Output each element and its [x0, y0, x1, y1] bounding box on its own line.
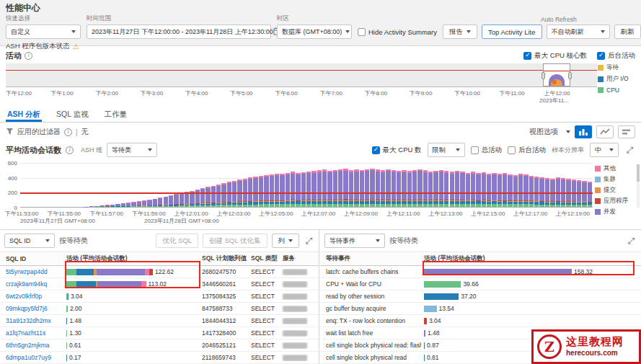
aas-stacked-bar[interactable] [397, 171, 401, 207]
bar-chart-view-button[interactable] [575, 125, 592, 138]
aas-stacked-bar[interactable] [333, 170, 337, 207]
sql-id-link[interactable]: 6thn5gn2mjkma [6, 342, 49, 349]
aas-stacked-bar[interactable] [147, 200, 151, 207]
aas-stacked-bar[interactable] [227, 182, 231, 207]
tab-3[interactable]: 工作量 [103, 107, 129, 122]
aas-stacked-bar[interactable] [280, 174, 284, 207]
sql-table-row[interactable]: 6thn5gn2mjkma0.612046525121SELECT [0, 339, 319, 352]
aas-stacked-bar[interactable] [412, 170, 417, 207]
aas-stacked-bar[interactable] [216, 185, 221, 207]
aas-stacked-bar[interactable] [164, 197, 168, 208]
aas-stacked-bar[interactable] [221, 183, 226, 207]
aas-stacked-chart[interactable] [20, 163, 593, 208]
aas-stacked-bar[interactable] [354, 169, 358, 207]
tab-2[interactable]: SQL 监视 [55, 107, 90, 122]
tab-1[interactable]: ASH 分析 [6, 107, 42, 122]
aas-stacked-bar[interactable] [402, 170, 406, 207]
aas-stacked-bar[interactable] [343, 169, 348, 207]
aas-stacked-bar[interactable] [392, 170, 396, 207]
wait-event-selector-dropdown[interactable]: 等待事件 [324, 234, 385, 248]
tune-sql-button[interactable]: 优化 SQL [156, 234, 198, 248]
wait-table-row[interactable]: CPU + Wait for CPU39.66 [320, 278, 641, 290]
sql-id-link[interactable]: 6wt2v0lkfrf0p [6, 293, 42, 300]
aas-stacked-bar[interactable] [365, 169, 369, 207]
aas-stacked-bar[interactable] [487, 174, 491, 208]
selection-right-handle[interactable] [568, 72, 572, 79]
table-view-button[interactable] [618, 125, 635, 138]
aas-stacked-bar[interactable] [100, 205, 104, 207]
warning-icon[interactable] [73, 43, 79, 50]
aas-stacked-bar[interactable] [275, 174, 279, 208]
sql-table-row[interactable]: 5t5yrwzpap4dd122.622680247570SELECT [0, 266, 319, 278]
sql-table-row[interactable]: a1fq7nazht11s1.301417328400SELECT [0, 327, 319, 339]
aas-stacked-bar[interactable] [121, 203, 125, 207]
wait-column-header[interactable]: 活动 (平均活动会话数) [421, 254, 638, 263]
aas-stacked-bar[interactable] [455, 171, 459, 207]
aas-stacked-bar[interactable] [360, 170, 364, 207]
time-selection-window[interactable] [543, 63, 570, 86]
activity-timeline-chart[interactable] [6, 63, 597, 87]
line-chart-view-button[interactable] [596, 125, 614, 138]
aas-stacked-bar[interactable] [529, 176, 534, 207]
aas-stacked-bar[interactable] [498, 174, 502, 207]
aas-stacked-bar[interactable] [386, 169, 390, 207]
aas-stacked-bar[interactable] [423, 170, 428, 207]
aas-stacked-bar[interactable] [381, 170, 385, 207]
aas-stacked-bar[interactable] [105, 205, 110, 207]
refresh-button[interactable]: 刷新 [614, 25, 641, 39]
sql-column-header[interactable]: 活动 (平均活动会话数) [63, 254, 199, 263]
sql-table-row[interactable]: crzajk9am94kq113.023446560261SELECT [0, 278, 319, 290]
expand-icon[interactable] [624, 145, 635, 156]
expand-icon[interactable] [304, 236, 314, 247]
aas-stacked-bar[interactable] [588, 182, 592, 207]
aas-stacked-bar[interactable] [534, 177, 539, 207]
scrollbar-thumb[interactable] [637, 164, 640, 182]
aas-stacked-bar[interactable] [158, 197, 162, 207]
aas-stacked-bar[interactable] [482, 172, 486, 207]
aas-stacked-bar[interactable] [322, 169, 327, 207]
aas-stacked-bar[interactable] [433, 171, 438, 207]
aas-stacked-bar[interactable] [291, 172, 295, 207]
aas-stacked-bar[interactable] [476, 173, 480, 207]
aas-stacked-bar[interactable] [137, 201, 141, 207]
aas-stacked-bar[interactable] [110, 205, 115, 207]
aas-stacked-bar[interactable] [200, 188, 205, 207]
sql-table-row[interactable]: 31a91z32dh2mx1.481844044312SELECT [0, 315, 319, 327]
wait-table-row[interactable]: enq: TX - row lock contention3.04 [320, 315, 641, 327]
columns-dropdown[interactable]: 列 [272, 234, 300, 248]
info-icon[interactable] [66, 146, 74, 154]
aas-stacked-bar[interactable] [286, 173, 290, 208]
aas-stacked-bar[interactable] [523, 174, 528, 207]
expand-icon[interactable] [626, 236, 637, 247]
sql-column-header[interactable]: 服务 [280, 254, 309, 263]
sql-column-header[interactable]: SQL ID [3, 255, 63, 262]
sql-table-row[interactable]: 6wt2v0lkfrf0p3.041375084325SELECT [0, 290, 319, 303]
sql-id-link[interactable]: a1fq7nazht11s [6, 329, 45, 337]
sql-column-header[interactable]: SQL 类型 [248, 254, 280, 263]
sql-id-link[interactable]: 5t5yrwzpap4dd [6, 268, 48, 275]
wait-table-row[interactable]: latch: cache buffers chains158.32 [320, 266, 641, 278]
aas-stacked-bar[interactable] [428, 172, 433, 207]
aas-stacked-bar[interactable] [407, 171, 412, 207]
total-activity-checkbox[interactable] [471, 146, 479, 154]
background-activity-checkbox[interactable] [597, 52, 605, 60]
wait-table-row[interactable]: gc buffer busy acquire13.54 [320, 303, 641, 315]
sql-table-row[interactable]: 09mkqpy5fd7j62.00847588733SELECT [0, 303, 319, 315]
aas-stacked-bar[interactable] [450, 172, 454, 207]
top-activity-lite-button[interactable]: Top Activity Lite [482, 25, 541, 39]
aas-stacked-bar[interactable] [142, 200, 146, 207]
sql-id-selector-dropdown[interactable]: SQL ID [4, 234, 55, 248]
aas-stacked-bar[interactable] [508, 174, 512, 208]
sql-id-link[interactable]: crzajk9am94kq [6, 280, 47, 288]
aas-stacked-bar[interactable] [460, 172, 464, 207]
aas-stacked-bar[interactable] [205, 187, 210, 207]
time-range-field[interactable]: 2023年11月27日 下午12:00:00 - 2023年11月28日 上午1… [87, 25, 271, 39]
aas-stacked-bar[interactable] [296, 173, 300, 207]
aas-stacked-bar[interactable] [471, 172, 475, 207]
aas-stacked-bar[interactable] [327, 171, 332, 207]
create-sql-tuning-set-button[interactable]: 创建 SQL 优化集 [203, 234, 267, 248]
sql-id-link[interactable]: 31a91z32dh2mx [6, 317, 51, 324]
aas-stacked-bar[interactable] [270, 174, 274, 208]
wait-column-header[interactable]: 等待事件 [323, 254, 421, 263]
limit-dropdown[interactable]: 限制 [428, 143, 465, 157]
